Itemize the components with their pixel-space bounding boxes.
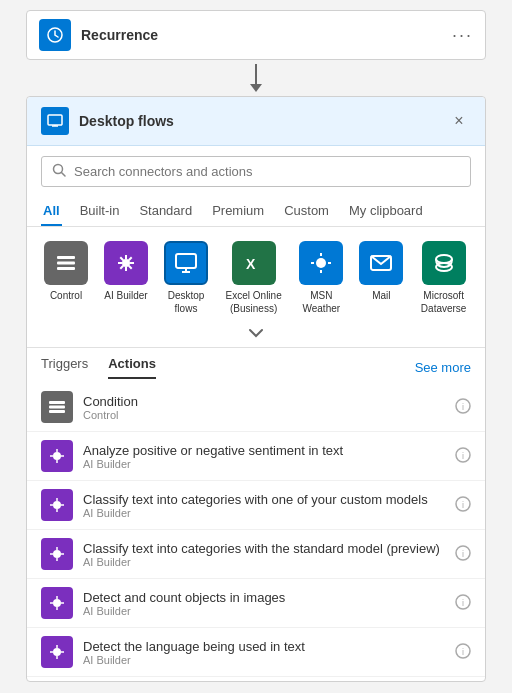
condition-text: Condition Control (83, 394, 447, 421)
classify-standard-category: AI Builder (83, 556, 447, 568)
svg-point-42 (53, 501, 61, 509)
expand-row (27, 323, 485, 348)
control-icon (44, 241, 88, 285)
svg-rect-1 (48, 115, 62, 125)
svg-rect-8 (57, 267, 75, 270)
svg-text:X: X (246, 256, 256, 272)
svg-point-63 (53, 648, 61, 656)
connector-mail[interactable]: Mail (356, 241, 406, 302)
search-input[interactable] (74, 164, 460, 179)
detect-language-name: Detect the language being used in text (83, 639, 447, 654)
sentiment-name: Analyze positive or negative sentiment i… (83, 443, 447, 458)
svg-line-15 (129, 266, 132, 269)
svg-point-28 (436, 255, 452, 263)
dataverse-icon (422, 241, 466, 285)
close-button[interactable]: × (447, 109, 471, 133)
detect-language-text: Detect the language being used in text A… (83, 639, 447, 666)
mail-label: Mail (372, 289, 390, 302)
action-classify-standard[interactable]: Classify text into categories with the s… (27, 530, 485, 579)
tab-builtin[interactable]: Built-in (78, 197, 122, 226)
action-condition[interactable]: Condition Control i (27, 383, 485, 432)
control-label: Control (50, 289, 82, 302)
svg-point-56 (53, 599, 61, 607)
ai-builder-icon (104, 241, 148, 285)
condition-icon (41, 391, 73, 423)
panel-header-icon (41, 107, 69, 135)
detect-objects-name: Detect and count objects in images (83, 590, 447, 605)
classify-custom-text: Classify text into categories with one o… (83, 492, 447, 519)
tab-myclipboard[interactable]: My clipboard (347, 197, 425, 226)
svg-text:i: i (462, 647, 464, 657)
connector-ai-builder[interactable]: AI Builder (101, 241, 151, 302)
action-detect-language[interactable]: Detect the language being used in text A… (27, 628, 485, 677)
arrow-head (250, 84, 262, 92)
sub-tabs: Triggers Actions See more (27, 348, 485, 379)
actions-list: Condition Control i (27, 379, 485, 681)
ai-builder-label: AI Builder (104, 289, 147, 302)
see-more-link[interactable]: See more (415, 360, 471, 375)
detect-objects-info-icon[interactable]: i (455, 594, 471, 613)
arrow-line (255, 64, 257, 84)
classify-custom-icon (41, 489, 73, 521)
svg-rect-30 (49, 401, 65, 404)
search-icon (52, 163, 66, 180)
connector-control[interactable]: Control (41, 241, 91, 302)
tab-custom[interactable]: Custom (282, 197, 331, 226)
tab-premium[interactable]: Premium (210, 197, 266, 226)
detect-objects-text: Detect and count objects in images AI Bu… (83, 590, 447, 617)
connector-excel[interactable]: X Excel Online (Business) (221, 241, 286, 315)
svg-rect-7 (57, 262, 75, 265)
detect-language-icon (41, 636, 73, 668)
detect-language-category: AI Builder (83, 654, 447, 666)
tab-actions[interactable]: Actions (108, 356, 156, 379)
msn-weather-icon (299, 241, 343, 285)
classify-custom-info-icon[interactable]: i (455, 496, 471, 515)
desktop-flows-icon (164, 241, 208, 285)
svg-rect-32 (49, 410, 65, 413)
recurrence-icon (39, 19, 71, 51)
condition-category: Control (83, 409, 447, 421)
svg-text:i: i (462, 402, 464, 412)
sentiment-text: Analyze positive or negative sentiment i… (83, 443, 447, 470)
tab-standard[interactable]: Standard (137, 197, 194, 226)
condition-info-icon[interactable]: i (455, 398, 471, 417)
svg-text:i: i (462, 500, 464, 510)
svg-line-16 (129, 257, 132, 260)
action-classify-custom[interactable]: Classify text into categories with one o… (27, 481, 485, 530)
classify-custom-category: AI Builder (83, 507, 447, 519)
condition-name: Condition (83, 394, 447, 409)
recurrence-title: Recurrence (81, 27, 452, 43)
svg-line-5 (62, 173, 66, 177)
expand-chevron-icon[interactable] (248, 325, 264, 341)
connector-msn-weather[interactable]: MSN Weather (296, 241, 346, 315)
connector-dataverse[interactable]: Microsoft Dataverse (416, 241, 471, 315)
svg-line-14 (120, 257, 123, 260)
action-detect-objects[interactable]: Detect and count objects in images AI Bu… (27, 579, 485, 628)
connectors-row: Control AI Builder (27, 227, 485, 323)
svg-point-9 (122, 259, 130, 267)
sentiment-info-icon[interactable]: i (455, 447, 471, 466)
search-box (41, 156, 471, 187)
sentiment-category: AI Builder (83, 458, 447, 470)
dataverse-label: Microsoft Dataverse (416, 289, 471, 315)
tab-all[interactable]: All (41, 197, 62, 226)
detect-objects-icon (41, 587, 73, 619)
classify-standard-name: Classify text into categories with the s… (83, 541, 447, 556)
tab-triggers[interactable]: Triggers (41, 356, 88, 379)
panel-header-title: Desktop flows (79, 113, 447, 129)
classify-standard-info-icon[interactable]: i (455, 545, 471, 564)
desktop-flows-panel: Desktop flows × All Built-in Standard Pr… (26, 96, 486, 682)
recurrence-card: Recurrence ··· (26, 10, 486, 60)
more-options-button[interactable]: ··· (452, 25, 473, 46)
category-tabs: All Built-in Standard Premium Custom My … (27, 197, 485, 227)
svg-text:i: i (462, 598, 464, 608)
classify-custom-name: Classify text into categories with one o… (83, 492, 447, 507)
svg-line-17 (120, 266, 123, 269)
svg-text:i: i (462, 451, 464, 461)
panel-header: Desktop flows × (27, 97, 485, 146)
action-sentiment[interactable]: Analyze positive or negative sentiment i… (27, 432, 485, 481)
connector-desktop-flows[interactable]: Desktop flows (161, 241, 211, 315)
detect-language-info-icon[interactable]: i (455, 643, 471, 662)
svg-rect-31 (49, 406, 65, 409)
svg-rect-6 (57, 256, 75, 259)
